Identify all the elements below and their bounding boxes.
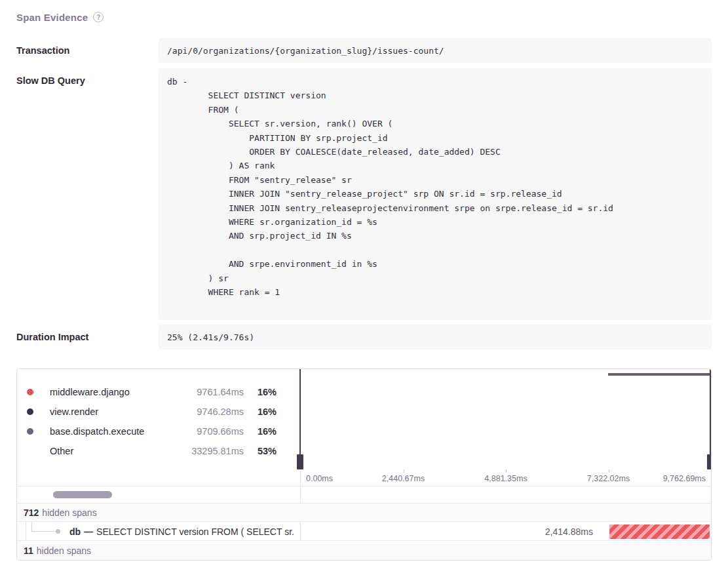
minimap-right-handle-line[interactable] — [710, 369, 711, 455]
span-tree-guide-line — [26, 522, 26, 540]
sql-query-text: db - SELECT DISTINCT version FROM ( SELE… — [167, 75, 703, 300]
span-op-legend: middleware.django 9761.64ms 16% view.ren… — [17, 369, 300, 486]
transaction-label: Transaction — [16, 38, 159, 63]
scrollbar-track — [17, 486, 300, 503]
axis-tick — [506, 469, 507, 473]
duration-impact-row: Duration Impact 25% (2.41s/9.76s) — [16, 325, 712, 349]
op-name: Other — [50, 446, 168, 456]
span-evidence-section: Span Evidence ? Transaction /api/0/organ… — [0, 0, 728, 561]
hidden-spans-row-before[interactable]: 712 hidden spans — [17, 504, 711, 522]
op-color-dot-pattern — [27, 389, 33, 395]
span-row[interactable]: db — SELECT DISTINCT version FROM ( SELE… — [17, 522, 711, 541]
span-bar-cell: 2,414.88ms — [300, 522, 711, 540]
span-duration-bar-hatched[interactable] — [609, 525, 710, 539]
transaction-value: /api/0/organizations/{organization_slug}… — [159, 38, 712, 63]
legend-item: view.render 9746.28ms 16% — [27, 402, 300, 422]
op-duration: 9761.64ms — [168, 387, 244, 397]
minimap-span-bar — [608, 373, 711, 376]
slow-db-query-label: Slow DB Query — [16, 68, 159, 320]
time-axis: 0.00ms 2,440.67ms 4,881.35ms 7,322.02ms … — [301, 469, 711, 486]
span-description-cell: db — SELECT DISTINCT version FROM ( SELE… — [17, 522, 300, 540]
op-percent: 16% — [244, 426, 277, 437]
horizontal-scrollbar-thumb[interactable] — [53, 491, 112, 498]
span-op: db — [69, 526, 81, 537]
op-percent: 16% — [244, 406, 277, 417]
minimap-left-drag-grip[interactable] — [297, 454, 303, 469]
legend-item: Other 33295.81ms 53% — [27, 441, 300, 461]
op-name: view.render — [50, 406, 168, 417]
axis-label: 2,440.67ms — [382, 474, 425, 483]
axis-tick — [404, 469, 404, 473]
minimap-right-drag-grip[interactable] — [707, 454, 712, 469]
op-name: middleware.django — [50, 387, 168, 397]
section-header: Span Evidence ? — [16, 10, 712, 24]
timeline-column: 0.00ms 2,440.67ms 4,881.35ms 7,322.02ms … — [300, 369, 711, 486]
op-percent: 16% — [244, 387, 277, 397]
scrollbar-strip-right — [300, 486, 711, 503]
span-duration: 2,414.88ms — [545, 522, 593, 541]
op-duration: 33295.81ms — [168, 446, 244, 456]
duration-impact-value: 25% (2.41s/9.76s) — [159, 325, 712, 349]
hidden-spans-label: hidden spans — [42, 507, 96, 518]
axis-label: 0.00ms — [306, 474, 333, 483]
span-tree-dot — [56, 529, 60, 534]
span-query-text: SELECT DISTINCT version FROM ( SELECT sr… — [96, 526, 294, 537]
page-title: Span Evidence — [16, 12, 88, 23]
op-color-dot — [27, 408, 33, 415]
span-tree-connector — [31, 522, 32, 531]
axis-tick — [609, 469, 609, 473]
hidden-spans-row-after[interactable]: 11 hidden spans — [17, 541, 711, 560]
span-description: db — SELECT DISTINCT version FROM ( SELE… — [69, 522, 300, 540]
minimap-left-handle-line[interactable] — [299, 369, 301, 455]
span-waterfall-panel: middleware.django 9761.64ms 16% view.ren… — [16, 368, 712, 561]
axis-label: 9,762.69ms — [663, 474, 706, 483]
question-mark-glyph: ? — [96, 14, 100, 21]
waterfall-header: middleware.django 9761.64ms 16% view.ren… — [17, 369, 711, 486]
hidden-spans-count: 712 — [24, 507, 39, 518]
legend-item: base.dispatch.execute 9709.66ms 16% — [27, 422, 300, 441]
axis-label: 4,881.35ms — [484, 474, 527, 483]
slow-db-query-row: Slow DB Query db - SELECT DISTINCT versi… — [16, 68, 712, 320]
hidden-spans-count: 11 — [24, 545, 33, 556]
hidden-spans-label: hidden spans — [37, 545, 91, 556]
help-icon[interactable]: ? — [93, 12, 104, 22]
op-percent: 53% — [244, 446, 277, 456]
scrollbar-strip — [17, 486, 711, 504]
trace-minimap[interactable] — [301, 369, 711, 469]
op-duration: 9709.66ms — [168, 426, 244, 437]
slow-db-query-value: db - SELECT DISTINCT version FROM ( SELE… — [159, 68, 712, 320]
axis-label: 7,322.02ms — [587, 474, 630, 483]
legend-item: middleware.django 9761.64ms 16% — [27, 382, 300, 402]
op-duration: 9746.28ms — [168, 406, 244, 417]
transaction-row: Transaction /api/0/organizations/{organi… — [16, 38, 712, 63]
span-op-separator: — — [84, 526, 93, 537]
op-color-dot-empty — [27, 448, 33, 454]
span-tree-connector — [31, 531, 58, 532]
op-color-dot — [27, 428, 33, 435]
op-name: base.dispatch.execute — [50, 426, 168, 437]
duration-impact-label: Duration Impact — [16, 325, 159, 349]
